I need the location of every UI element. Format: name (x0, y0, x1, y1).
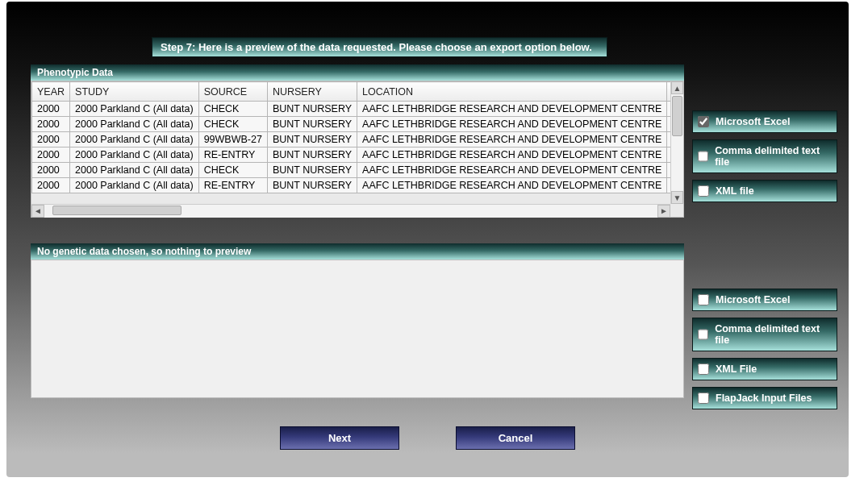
export-option-gen-3[interactable]: FlapJack Input Files (692, 387, 837, 409)
cell-nursery[interactable]: BUNT NURSERY (267, 163, 357, 178)
cell-location[interactable]: AAFC LETHBRIDGE RESEARCH AND DEVELOPMENT… (357, 178, 667, 193)
cell-study[interactable]: 2000 Parkland C (All data) (70, 178, 199, 193)
scroll-down-icon[interactable]: ▼ (671, 191, 683, 204)
scroll-track[interactable] (44, 205, 657, 218)
export-checkbox[interactable] (698, 185, 709, 197)
export-label: Microsoft Excel (716, 294, 790, 305)
cell-year[interactable]: 2000 (32, 102, 70, 117)
table-row[interactable]: 20002000 Parkland C (All data)RE-ENTRYBU… (32, 178, 684, 193)
button-row: Next Cancel (6, 426, 849, 450)
export-option-phen-1[interactable]: Comma delimited text file (692, 139, 837, 173)
export-label: Comma delimited text file (715, 145, 830, 168)
genetic-panel: No genetic data chosen, so nothing to pr… (31, 243, 684, 398)
export-option-gen-0[interactable]: Microsoft Excel (692, 289, 837, 311)
export-checkbox[interactable] (698, 363, 709, 375)
cell-location[interactable]: AAFC LETHBRIDGE RESEARCH AND DEVELOPMENT… (357, 102, 667, 117)
table-row[interactable]: 20002000 Parkland C (All data)CHECKBUNT … (32, 163, 684, 178)
export-checkbox[interactable] (698, 151, 708, 162)
phenotypic-header: Phenotypic Data (31, 64, 684, 81)
cell-nursery[interactable]: BUNT NURSERY (267, 117, 357, 132)
cell-location[interactable]: AAFC LETHBRIDGE RESEARCH AND DEVELOPMENT… (357, 163, 667, 178)
cell-source[interactable]: CHECK (198, 163, 267, 178)
cell-year[interactable]: 2000 (32, 132, 70, 147)
col-study[interactable]: STUDY (70, 82, 199, 102)
cell-study[interactable]: 2000 Parkland C (All data) (70, 117, 199, 132)
export-option-gen-2[interactable]: XML File (692, 358, 837, 380)
genetic-header: No genetic data chosen, so nothing to pr… (31, 243, 684, 260)
export-checkbox[interactable] (698, 294, 709, 305)
cell-location[interactable]: AAFC LETHBRIDGE RESEARCH AND DEVELOPMENT… (357, 132, 667, 147)
cell-nursery[interactable]: BUNT NURSERY (267, 102, 357, 117)
cell-year[interactable]: 2000 (32, 178, 70, 193)
cell-source[interactable]: CHECK (198, 117, 267, 132)
export-options-phenotypic: Microsoft ExcelComma delimited text file… (692, 110, 837, 209)
col-year[interactable]: YEAR (32, 82, 70, 102)
scroll-track[interactable] (671, 94, 683, 191)
step-banner: Step 7: Here is a preview of the data re… (152, 37, 607, 57)
col-location[interactable]: LOCATION (357, 82, 667, 102)
export-option-phen-2[interactable]: XML file (692, 180, 837, 202)
table-header-row: YEAR STUDY SOURCE NURSERY LOCATION GID (32, 82, 684, 102)
col-source[interactable]: SOURCE (198, 82, 267, 102)
phenotypic-grid[interactable]: YEAR STUDY SOURCE NURSERY LOCATION GID 2… (31, 81, 683, 217)
scroll-right-icon[interactable]: ► (657, 205, 670, 218)
cell-location[interactable]: AAFC LETHBRIDGE RESEARCH AND DEVELOPMENT… (357, 147, 667, 163)
cell-year[interactable]: 2000 (32, 117, 70, 132)
col-nursery[interactable]: NURSERY (267, 82, 357, 102)
export-label: FlapJack Input Files (716, 393, 812, 404)
outer-scroll-container[interactable]: Step 7: Here is a preview of the data re… (0, 0, 855, 486)
genetic-body-empty (31, 260, 684, 398)
scroll-up-icon[interactable]: ▲ (671, 81, 683, 94)
export-checkbox[interactable] (698, 116, 709, 127)
grid-vertical-scrollbar[interactable]: ▲ ▼ (670, 81, 683, 204)
cell-study[interactable]: 2000 Parkland C (All data) (70, 132, 199, 147)
export-label: Comma delimited text file (715, 323, 830, 346)
table-row[interactable]: 20002000 Parkland C (All data)99WBWB-27B… (32, 132, 684, 147)
app-window: Step 7: Here is a preview of the data re… (6, 2, 849, 477)
table-row[interactable]: 20002000 Parkland C (All data)RE-ENTRYBU… (32, 147, 684, 163)
cancel-button[interactable]: Cancel (456, 426, 575, 450)
export-checkbox[interactable] (698, 393, 709, 404)
grid-horizontal-scrollbar[interactable]: ◄ ► (31, 204, 670, 217)
scroll-thumb[interactable] (52, 206, 182, 215)
export-options-genetic: Microsoft ExcelComma delimited text file… (692, 289, 837, 416)
cell-nursery[interactable]: BUNT NURSERY (267, 132, 357, 147)
cell-nursery[interactable]: BUNT NURSERY (267, 178, 357, 193)
export-label: Microsoft Excel (716, 116, 790, 127)
table-row[interactable]: 20002000 Parkland C (All data)CHECKBUNT … (32, 117, 684, 132)
export-label: XML file (716, 185, 754, 197)
cell-study[interactable]: 2000 Parkland C (All data) (70, 102, 199, 117)
cell-source[interactable]: 99WBWB-27 (198, 132, 267, 147)
cell-source[interactable]: RE-ENTRY (198, 178, 267, 193)
cell-location[interactable]: AAFC LETHBRIDGE RESEARCH AND DEVELOPMENT… (357, 117, 667, 132)
cell-source[interactable]: CHECK (198, 102, 267, 117)
cell-study[interactable]: 2000 Parkland C (All data) (70, 163, 199, 178)
export-option-phen-0[interactable]: Microsoft Excel (692, 110, 837, 133)
cell-year[interactable]: 2000 (32, 163, 70, 178)
scroll-left-icon[interactable]: ◄ (31, 205, 44, 218)
table-row[interactable]: 20002000 Parkland C (All data)CHECKBUNT … (32, 102, 684, 117)
export-option-gen-1[interactable]: Comma delimited text file (692, 318, 837, 351)
export-checkbox[interactable] (698, 329, 708, 340)
phenotypic-body: YEAR STUDY SOURCE NURSERY LOCATION GID 2… (31, 81, 684, 218)
phenotypic-panel: Phenotypic Data YEAR STUDY SOURCE NURSER… (31, 64, 684, 218)
cell-nursery[interactable]: BUNT NURSERY (267, 147, 357, 163)
cell-year[interactable]: 2000 (32, 147, 70, 163)
cell-study[interactable]: 2000 Parkland C (All data) (70, 147, 199, 163)
next-button[interactable]: Next (280, 426, 399, 450)
scroll-thumb[interactable] (672, 96, 682, 136)
export-label: XML File (716, 363, 757, 375)
cell-source[interactable]: RE-ENTRY (198, 147, 267, 163)
